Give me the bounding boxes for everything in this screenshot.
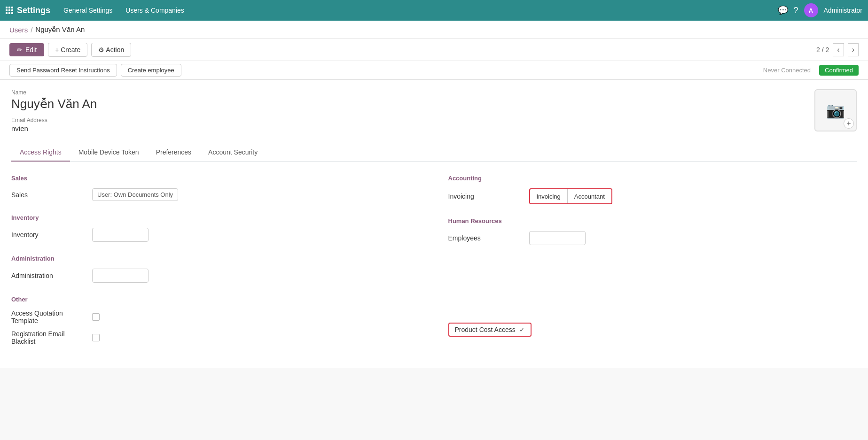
send-password-button[interactable]: Send Password Reset Instructions: [9, 64, 117, 77]
tab-preferences[interactable]: Preferences: [148, 144, 200, 162]
tab-access-rights[interactable]: Access Rights: [11, 144, 70, 162]
camera-icon: 📷: [826, 101, 845, 119]
employees-select[interactable]: [529, 231, 586, 245]
registration-email-checkbox[interactable]: [92, 334, 100, 341]
inventory-section-title: Inventory: [11, 214, 420, 221]
other-section-left: Other Access Quotation Template Registra…: [11, 296, 420, 345]
sales-label: Sales: [11, 191, 86, 199]
employees-label: Employees: [448, 234, 524, 242]
human-resources-section: Human Resources Employees: [448, 217, 857, 245]
tabs: Access Rights Mobile Device Token Prefer…: [11, 144, 857, 162]
access-quotation-checkbox-field: [92, 313, 100, 321]
create-button[interactable]: + Create: [48, 43, 87, 57]
invoicing-option-invoicing[interactable]: Invoicing: [530, 190, 567, 203]
users-companies-link[interactable]: Users & Companies: [120, 4, 190, 17]
breadcrumb-parent[interactable]: Users: [9, 26, 28, 34]
edit-button[interactable]: ✏ Edit: [9, 43, 44, 56]
action-bar: Send Password Reset Instructions Create …: [0, 61, 868, 80]
avatar[interactable]: A: [804, 3, 818, 17]
action-button[interactable]: ⚙ Action: [91, 43, 131, 57]
inventory-label: Inventory: [11, 231, 86, 239]
email-label: Email Address: [11, 117, 97, 124]
main-content: Name Nguyễn Văn An Email Address nvien 📷…: [0, 80, 868, 368]
invoicing-field-row: Invoicing Invoicing Accountant: [448, 188, 857, 204]
product-cost-access[interactable]: Product Cost Access ✓: [448, 323, 532, 337]
breadcrumb: Users / Nguyễn Văn An: [0, 21, 868, 39]
app-brand[interactable]: Settings: [6, 6, 50, 15]
administration-section-title: Administration: [11, 255, 420, 262]
create-employee-button[interactable]: Create employee: [121, 64, 181, 77]
avatar-placeholder[interactable]: 📷 +: [814, 89, 857, 131]
edit-icon: ✏: [17, 46, 23, 54]
nav-links: General Settings Users & Companies: [58, 4, 190, 17]
breadcrumb-separator: /: [31, 26, 32, 34]
grid-icon: [6, 7, 13, 14]
sales-select[interactable]: User: Own Documents Only: [92, 188, 178, 201]
app-name: Settings: [17, 6, 50, 15]
inventory-field-row: Inventory: [11, 228, 420, 242]
topnav-right: 💬 ? A Administrator: [778, 3, 862, 17]
administration-select[interactable]: [92, 269, 149, 283]
other-section-right: Other Product Cost Access ✓: [448, 309, 857, 337]
add-photo-icon: +: [844, 118, 854, 129]
tab-account-security[interactable]: Account Security: [200, 144, 266, 162]
accounting-section: Accounting Invoicing Invoicing Accountan…: [448, 175, 857, 204]
employees-field-row: Employees: [448, 231, 857, 245]
pagination: 2 / 2: [816, 46, 829, 54]
name-label: Name: [11, 89, 97, 96]
registration-email-label: Registration Email Blacklist: [11, 330, 86, 345]
invoicing-option-accountant[interactable]: Accountant: [568, 190, 611, 203]
checkmark-icon: ✓: [519, 326, 525, 333]
human-resources-section-title: Human Resources: [448, 217, 857, 224]
next-button[interactable]: ›: [848, 43, 859, 56]
email-value: nvien: [11, 124, 97, 132]
invoicing-options: Invoicing Accountant: [529, 188, 612, 204]
access-quotation-checkbox[interactable]: [92, 313, 100, 321]
right-spacer-section: [448, 258, 857, 296]
inventory-select[interactable]: [92, 228, 149, 242]
user-name: Nguyễn Văn An: [11, 97, 97, 111]
access-quotation-field-row: Access Quotation Template: [11, 309, 420, 324]
toolbar: ✏ Edit + Create ⚙ Action 2 / 2 ‹ ›: [0, 39, 868, 61]
username: Administrator: [824, 7, 862, 14]
administration-label: Administration: [11, 272, 86, 279]
chat-icon[interactable]: 💬: [778, 5, 788, 15]
inventory-section: Inventory Inventory: [11, 214, 420, 242]
user-info-left: Name Nguyễn Văn An Email Address nvien: [11, 89, 97, 132]
sales-section-title: Sales: [11, 175, 420, 182]
product-cost-field-row: Product Cost Access ✓: [448, 323, 857, 337]
other-section-title-left: Other: [11, 296, 420, 303]
status-never-connected: Never Connected: [759, 65, 815, 76]
registration-email-checkbox-field: [92, 334, 100, 341]
registration-email-field-row: Registration Email Blacklist: [11, 330, 420, 345]
sales-field-row: Sales User: Own Documents Only: [11, 188, 420, 201]
right-column: Accounting Invoicing Invoicing Accountan…: [448, 175, 857, 358]
user-info-section: Name Nguyễn Văn An Email Address nvien 📷…: [11, 89, 857, 132]
accounting-section-title: Accounting: [448, 175, 857, 182]
breadcrumb-current: Nguyễn Văn An: [35, 25, 85, 34]
invoicing-label: Invoicing: [448, 193, 524, 200]
access-rights-content: Sales Sales User: Own Documents Only Inv…: [11, 175, 857, 358]
general-settings-link[interactable]: General Settings: [58, 4, 118, 17]
sales-section: Sales Sales User: Own Documents Only: [11, 175, 420, 201]
help-icon[interactable]: ?: [794, 6, 798, 15]
administration-field-row: Administration: [11, 269, 420, 283]
administration-section: Administration Administration: [11, 255, 420, 283]
left-column: Sales Sales User: Own Documents Only Inv…: [11, 175, 420, 358]
product-cost-label: Product Cost Access: [455, 326, 516, 333]
access-quotation-label: Access Quotation Template: [11, 309, 86, 324]
top-navigation: Settings General Settings Users & Compan…: [0, 0, 868, 21]
tab-mobile-device-token[interactable]: Mobile Device Token: [70, 144, 148, 162]
status-confirmed: Confirmed: [819, 65, 859, 76]
prev-button[interactable]: ‹: [833, 43, 844, 56]
